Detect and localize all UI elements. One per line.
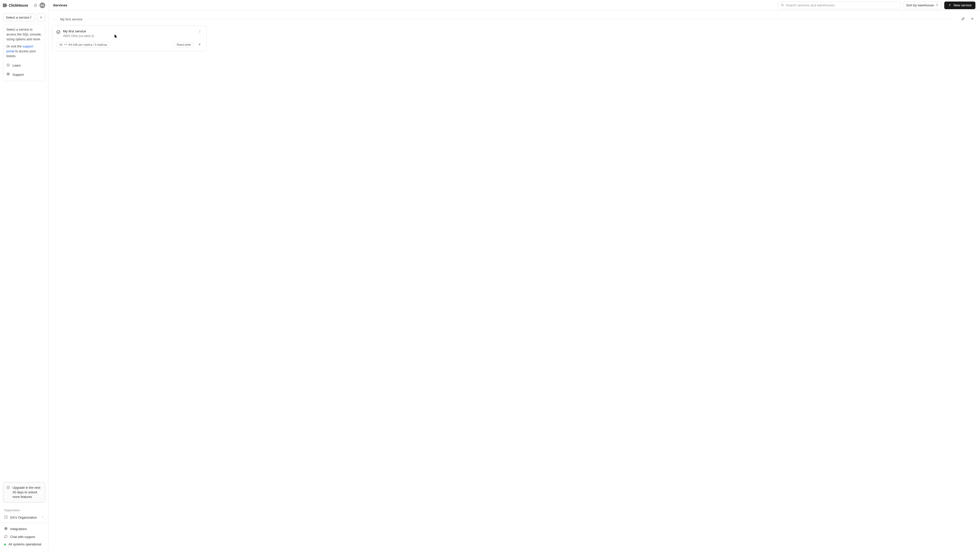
integrations-icon — [4, 527, 8, 531]
sidebar-header: ClickHouse DA — [0, 0, 48, 11]
readwrite-pill: Read-write — [173, 42, 194, 48]
search-field[interactable] — [778, 2, 900, 9]
service-selector-label: Select a service — [6, 16, 29, 19]
service-selector[interactable]: Select a service — [3, 13, 35, 21]
page-title: Services — [53, 3, 67, 7]
sort-label: Sort by warehouse — [906, 3, 934, 7]
learn-link[interactable]: Learn — [6, 61, 42, 70]
learn-label: Learn — [13, 63, 21, 68]
org-section-label: Organization — [3, 507, 45, 513]
service-group-header: My first service — [52, 16, 977, 25]
svg-point-11 — [57, 30, 60, 34]
search-icon — [781, 3, 784, 7]
svg-rect-9 — [5, 516, 7, 519]
clock-icon — [6, 486, 10, 499]
add-to-group-button[interactable] — [969, 16, 975, 22]
building-icon — [4, 515, 8, 519]
divider-line — [53, 19, 57, 19]
play-circle-icon — [6, 63, 10, 68]
svg-rect-0 — [3, 3, 3, 7]
clickhouse-logo-icon — [3, 3, 7, 7]
search-input[interactable] — [786, 3, 897, 7]
svg-point-7 — [8, 73, 9, 75]
chevron-up-down-icon — [936, 3, 939, 7]
add-replica-button[interactable] — [197, 42, 202, 48]
new-service-label: New service — [953, 3, 972, 7]
brand-logo[interactable]: ClickHouse — [3, 3, 31, 7]
group-title: My first service — [60, 17, 83, 21]
upgrade-banner[interactable]: Upgrade in the next 30 days to unlock mo… — [3, 482, 45, 503]
add-service-button[interactable] — [37, 13, 45, 21]
info-card: Select a service to access the SQL conso… — [3, 24, 45, 81]
svg-rect-4 — [6, 5, 7, 6]
status-label: All systems operational — [8, 543, 41, 546]
svg-point-13 — [200, 32, 200, 32]
divider-line — [86, 19, 956, 19]
service-name: My first service — [63, 29, 195, 33]
plus-icon — [948, 3, 951, 7]
support-link[interactable]: Support — [6, 70, 42, 79]
service-region: AWS Ohio (us-east-2) — [63, 34, 195, 38]
svg-rect-2 — [5, 3, 5, 7]
status-ok-icon — [56, 30, 60, 34]
sidebar: ClickHouse DA Select a service Select a — [0, 0, 48, 551]
svg-point-10 — [781, 4, 783, 6]
kebab-icon — [198, 30, 202, 34]
org-name: DA's Organization — [10, 516, 37, 519]
svg-rect-1 — [4, 3, 5, 7]
info-text-2: Or visit the support portal to access yo… — [6, 44, 42, 59]
edit-group-button[interactable] — [959, 16, 966, 22]
svg-rect-3 — [6, 3, 6, 7]
chevron-right-icon — [41, 516, 44, 519]
content-area: My first service — [48, 11, 980, 551]
lifebuoy-icon — [6, 72, 10, 77]
new-service-button[interactable]: New service — [944, 2, 975, 9]
svg-point-14 — [200, 32, 200, 33]
service-card[interactable]: My first service AWS Ohio (us-east-2) 32 — [52, 25, 207, 51]
support-label: Support — [13, 73, 24, 77]
user-avatar[interactable]: DA — [40, 3, 45, 8]
plus-icon — [198, 43, 201, 47]
integrations-label: Integrations — [10, 527, 27, 531]
chevron-up-down-icon — [29, 15, 32, 20]
sort-dropdown[interactable]: Sort by warehouse — [903, 2, 942, 9]
brand-name: ClickHouse — [9, 3, 28, 7]
spec-pill: 32 64 GiB per replica / 3 replicas — [56, 42, 110, 48]
svg-point-12 — [200, 30, 200, 30]
upgrade-text: Upgrade in the next 30 days to unlock mo… — [13, 486, 42, 499]
notifications-icon[interactable] — [33, 3, 38, 8]
system-status-link[interactable]: All systems operational — [3, 541, 45, 548]
arrows-horizontal-icon — [64, 43, 67, 46]
organization-row[interactable]: DA's Organization — [3, 513, 45, 522]
info-text-1: Select a service to access the SQL conso… — [6, 27, 42, 41]
chat-icon — [4, 535, 8, 539]
service-menu-button[interactable] — [197, 29, 202, 35]
topbar: Services Sort by warehouse New service — [48, 0, 980, 11]
plus-icon — [970, 17, 974, 21]
pencil-icon — [961, 17, 965, 21]
status-dot-icon — [4, 544, 6, 545]
chat-label: Chat with support — [10, 535, 35, 539]
integrations-link[interactable]: Integrations — [3, 525, 45, 533]
chat-support-link[interactable]: Chat with support — [3, 533, 45, 541]
